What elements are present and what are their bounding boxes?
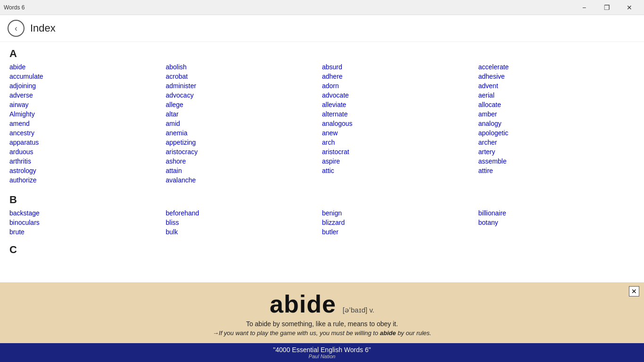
word-cell: adverse <box>9 91 166 99</box>
word-link[interactable]: adhesive <box>479 73 505 80</box>
word-cell: ashore <box>166 157 322 165</box>
word-link[interactable]: attire <box>479 167 493 174</box>
word-link[interactable]: alternate <box>322 110 347 118</box>
word-link[interactable]: abolish <box>166 63 187 71</box>
word-link[interactable]: backstage <box>9 209 40 217</box>
word-link[interactable]: attain <box>166 167 182 174</box>
word-link[interactable]: aerial <box>479 91 495 99</box>
word-cell: advocate <box>322 91 479 99</box>
word-link[interactable]: allege <box>166 101 183 108</box>
word-link[interactable]: allocate <box>479 101 501 108</box>
word-link[interactable]: appetizing <box>166 139 196 146</box>
word-link[interactable]: administer <box>166 82 197 90</box>
word-link[interactable]: botany <box>479 219 498 226</box>
word-link[interactable]: apologetic <box>479 129 509 137</box>
close-button[interactable]: ✕ <box>619 0 640 15</box>
page-title: Index <box>30 22 56 34</box>
word-link[interactable]: benign <box>322 209 342 217</box>
app-header: ‹ Index <box>0 15 644 42</box>
word-link[interactable]: apparatus <box>9 139 39 146</box>
word-link[interactable]: adorn <box>322 82 339 90</box>
minimize-button[interactable]: − <box>573 0 595 15</box>
word-cell: adjoining <box>9 82 166 90</box>
word-link[interactable]: astrology <box>9 167 36 174</box>
word-link[interactable]: anemia <box>166 129 188 137</box>
back-icon: ‹ <box>15 24 17 33</box>
word-link[interactable]: acrobat <box>166 73 188 80</box>
word-link[interactable]: binoculars <box>9 219 40 226</box>
word-link[interactable]: ancestry <box>9 129 34 137</box>
word-link[interactable]: artery <box>479 148 495 156</box>
word-cell: accelerate <box>479 63 635 71</box>
word-link[interactable]: ashore <box>166 157 186 165</box>
word-link[interactable]: advocate <box>322 91 349 99</box>
word-link[interactable]: adverse <box>9 91 33 99</box>
word-link[interactable]: accelerate <box>479 63 509 71</box>
word-cell: alternate <box>322 110 479 118</box>
word-cell: amid <box>166 119 322 128</box>
word-link[interactable]: arduous <box>9 148 33 156</box>
word-cell: amend <box>9 119 166 128</box>
word-cell: absurd <box>322 63 479 71</box>
word-link[interactable]: anew <box>322 129 338 137</box>
word-link[interactable]: aristocrat <box>322 148 349 156</box>
definition-panel: ✕ abide [əˈbaɪd] v. To abide by somethin… <box>0 282 644 343</box>
word-link[interactable]: amber <box>479 110 497 118</box>
word-cell: assemble <box>479 157 635 165</box>
definition-close-button[interactable]: ✕ <box>629 286 639 296</box>
letter-section-a: Aabideabolishabsurdaccelerateaccumulatea… <box>9 48 635 186</box>
letter-section-b: Bbackstagebeforehandbenignbillionairebin… <box>9 194 635 236</box>
word-cell: blizzard <box>322 218 479 227</box>
word-link[interactable]: advent <box>479 82 498 90</box>
word-link[interactable]: analogy <box>479 120 502 127</box>
word-link[interactable]: aristocracy <box>166 148 198 156</box>
definition-example: →If you want to play the game with us, y… <box>9 329 635 337</box>
word-cell: binoculars <box>9 218 166 227</box>
word-cell: bulk <box>166 228 322 236</box>
word-link[interactable]: accumulate <box>9 73 43 80</box>
word-link[interactable]: blizzard <box>322 219 345 226</box>
word-link[interactable]: attic <box>322 167 334 174</box>
word-link[interactable]: arthritis <box>9 157 31 165</box>
word-link[interactable]: absurd <box>322 63 342 71</box>
word-link[interactable]: bulk <box>166 228 178 236</box>
word-link[interactable]: abide <box>9 63 25 71</box>
word-link[interactable]: authorize <box>9 176 37 184</box>
word-link[interactable]: Almighty <box>9 110 35 118</box>
word-link[interactable]: adjoining <box>9 82 36 90</box>
word-link[interactable]: amend <box>9 120 30 127</box>
word-link[interactable]: beforehand <box>166 209 199 217</box>
word-link[interactable]: airway <box>9 101 28 108</box>
word-link[interactable]: arch <box>322 139 335 146</box>
word-link[interactable]: bliss <box>166 219 179 226</box>
word-link[interactable]: brute <box>9 228 25 236</box>
word-cell: ancestry <box>9 129 166 137</box>
word-cell: attic <box>322 166 479 175</box>
maximize-button[interactable]: ❐ <box>596 0 618 15</box>
word-link[interactable]: advocacy <box>166 91 194 99</box>
word-cell: allege <box>166 100 322 109</box>
word-cell: attain <box>166 166 322 175</box>
app-footer: "4000 Essential English Words 6" Paul Na… <box>0 343 644 362</box>
word-cell: accumulate <box>9 72 166 81</box>
word-link[interactable]: amid <box>166 120 180 127</box>
definition-word[interactable]: abide <box>270 290 336 318</box>
word-cell: aspire <box>322 157 479 165</box>
word-link[interactable]: aspire <box>322 157 340 165</box>
footer-title: "4000 Essential English Words 6" <box>273 346 371 354</box>
app-title: Words 6 <box>4 4 25 11</box>
word-link[interactable]: billionaire <box>479 209 506 217</box>
word-link[interactable]: adhere <box>322 73 343 80</box>
word-link[interactable]: butler <box>322 228 339 236</box>
word-link[interactable]: altar <box>166 110 179 118</box>
word-cell: adhere <box>322 72 479 81</box>
word-link[interactable]: archer <box>479 139 497 146</box>
word-link[interactable]: assemble <box>479 157 507 165</box>
word-link[interactable]: alleviate <box>322 101 346 108</box>
letter-heading: C <box>9 244 635 256</box>
back-button[interactable]: ‹ <box>8 20 25 37</box>
word-link[interactable]: analogous <box>322 120 353 127</box>
footer-author: Paul Nation <box>309 354 336 359</box>
word-grid: backstagebeforehandbenignbillionairebino… <box>9 209 635 236</box>
word-link[interactable]: avalanche <box>166 176 196 184</box>
